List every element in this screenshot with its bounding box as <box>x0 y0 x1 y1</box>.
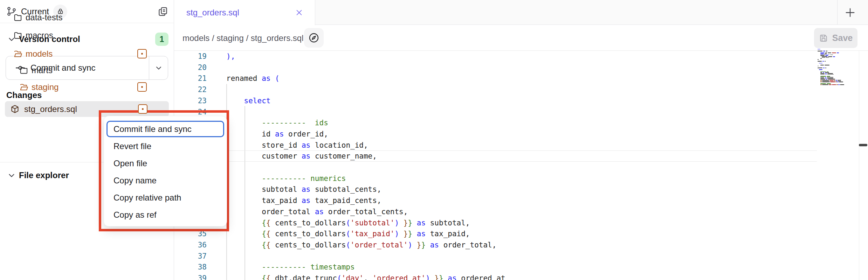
folder-name: macros <box>26 30 53 40</box>
code-text: {{ dbt.date_trunc('day', 'ordered_at') }… <box>226 274 505 280</box>
code-text: select <box>226 97 270 105</box>
modified-folder-badge <box>137 82 147 92</box>
sidebar-item-marts[interactable]: marts <box>0 62 174 79</box>
code-text: ---------- timestamps <box>226 263 355 271</box>
folder-icon <box>19 66 28 75</box>
code-line-29[interactable]: 29 <box>174 162 817 173</box>
code-text: id as order_id, <box>226 130 328 138</box>
code-line-22[interactable]: 22 <box>174 84 817 95</box>
line-number: 38 <box>174 263 214 271</box>
code-text: ), <box>226 52 235 61</box>
focus-ring <box>106 121 224 137</box>
save-button[interactable]: Save <box>814 28 857 48</box>
code-line-39[interactable]: 39 {{ dbt.date_trunc('day', 'ordered_at'… <box>174 273 817 280</box>
code-line-38[interactable]: 38 ---------- timestamps <box>174 261 817 273</box>
compass-icon <box>308 32 319 43</box>
line-number: 39 <box>174 274 214 280</box>
folder-name: staging <box>32 82 58 92</box>
sidebar-item-staging[interactable]: staging <box>0 78 174 96</box>
changed-file-name: stg_orders.sql <box>24 104 77 114</box>
code-line-28[interactable]: 28 customer as customer_name, <box>174 150 817 162</box>
code-line-33[interactable]: 33 order_total as order_total_cents, <box>174 206 817 217</box>
line-number: 22 <box>174 85 214 94</box>
breadcrumb: models / staging / stg_orders.sql <box>182 33 304 43</box>
code-line-27[interactable]: 27 store_id as location_id, <box>174 140 817 151</box>
menu-item-copy-relative-path[interactable]: Copy relative path <box>104 189 227 206</box>
line-number: 21 <box>174 74 214 83</box>
file-context-menu: Commit file and syncRevert fileOpen file… <box>104 116 227 226</box>
menu-item-commit-file-and-sync[interactable]: Commit file and sync <box>104 120 227 138</box>
editor-minimap[interactable] <box>818 49 859 86</box>
editor-tab-bar: stg_orders.sql <box>174 0 868 25</box>
code-text: {{ cents_to_dollars('subtotal') }} as su… <box>226 219 470 227</box>
menu-item-copy-name[interactable]: Copy name <box>104 172 227 189</box>
folder-name: marts <box>32 65 53 75</box>
tab-bar-separator <box>837 0 838 25</box>
modified-folder-badge <box>137 49 147 58</box>
code-text: customer as customer_name, <box>226 152 377 160</box>
folder-open-icon <box>19 83 28 92</box>
chevron-down-icon <box>8 172 15 179</box>
dbt-ide-window: Current Version control 1 Commit and syn… <box>0 0 868 280</box>
code-line-36[interactable]: 36 {{ cents_to_dollars('order_total') }}… <box>174 239 817 251</box>
model-cube-icon <box>10 104 20 114</box>
code-line-31[interactable]: 31 subtotal as subtotal_cents, <box>174 184 817 195</box>
scrollbar-thumb[interactable] <box>859 144 867 146</box>
code-text: {{ cents_to_dollars('tax_paid') }} as ta… <box>226 230 470 238</box>
plus-icon <box>844 7 856 19</box>
close-tab-icon[interactable] <box>295 9 303 16</box>
file-header-row: models / staging / stg_orders.sql Save <box>174 25 868 51</box>
code-line-26[interactable]: 26 id as order_id, <box>174 128 817 140</box>
code-text: order_total as order_total_cents, <box>226 208 408 216</box>
code-line-21[interactable]: 21renamed as ( <box>174 73 817 84</box>
menu-item-open-file[interactable]: Open file <box>104 155 227 172</box>
folder-name: data-tests <box>26 13 62 22</box>
tab-stg-orders[interactable]: stg_orders.sql <box>174 0 315 25</box>
code-line-20[interactable]: 20 <box>174 62 817 73</box>
tab-title: stg_orders.sql <box>186 8 239 18</box>
modified-file-badge <box>138 104 147 114</box>
save-disk-icon <box>819 34 828 43</box>
code-text: subtotal as subtotal_cents, <box>226 185 381 194</box>
code-text: store_id as location_id, <box>226 141 368 149</box>
sidebar-item-data-tests[interactable]: data-tests <box>0 9 174 26</box>
folder-icon <box>13 31 22 40</box>
code-line-34[interactable]: 34 {{ cents_to_dollars('subtotal') }} as… <box>174 217 817 229</box>
line-number: 23 <box>174 97 214 105</box>
code-line-23[interactable]: 23 select <box>174 95 817 106</box>
sidebar-item-macros[interactable]: macros <box>0 27 174 44</box>
code-text: ---------- ids <box>226 119 328 127</box>
menu-item-revert-file[interactable]: Revert file <box>104 138 227 155</box>
line-number: 36 <box>174 241 214 249</box>
new-tab-button[interactable] <box>844 6 856 19</box>
minimap-line <box>818 84 859 85</box>
folder-open-icon <box>13 49 22 58</box>
code-line-37[interactable]: 37 <box>174 251 817 262</box>
scrollbar-track <box>859 51 859 280</box>
code-text: ---------- numerics <box>226 174 346 183</box>
sidebar-item-models[interactable]: models <box>0 45 174 63</box>
file-explorer-title: File explorer <box>19 170 69 180</box>
line-number: 37 <box>174 252 214 260</box>
code-text: tax_paid as tax_paid_cents, <box>226 196 381 205</box>
folder-name: models <box>26 49 53 59</box>
code-line-24[interactable]: 24 <box>174 106 817 118</box>
code-line-35[interactable]: 35 {{ cents_to_dollars('tax_paid') }} as… <box>174 228 817 239</box>
code-line-30[interactable]: 30 ---------- numerics <box>174 173 817 184</box>
line-number: 19 <box>174 52 214 61</box>
save-label: Save <box>832 33 853 43</box>
code-line-32[interactable]: 32 tax_paid as tax_paid_cents, <box>174 195 817 206</box>
folder-icon <box>13 13 22 22</box>
line-number: 20 <box>174 63 214 72</box>
code-line-25[interactable]: 25 ---------- ids <box>174 117 817 128</box>
open-in-lineage-button[interactable] <box>304 28 324 48</box>
code-line-19[interactable]: 19), <box>174 51 817 62</box>
code-editor[interactable]: 19),2021renamed as (2223 select2425 ----… <box>174 51 868 280</box>
menu-item-copy-as-ref[interactable]: Copy as ref <box>104 206 227 223</box>
code-text: renamed as ( <box>226 74 280 83</box>
code-text: {{ cents_to_dollars('order_total') }} as… <box>226 241 496 249</box>
